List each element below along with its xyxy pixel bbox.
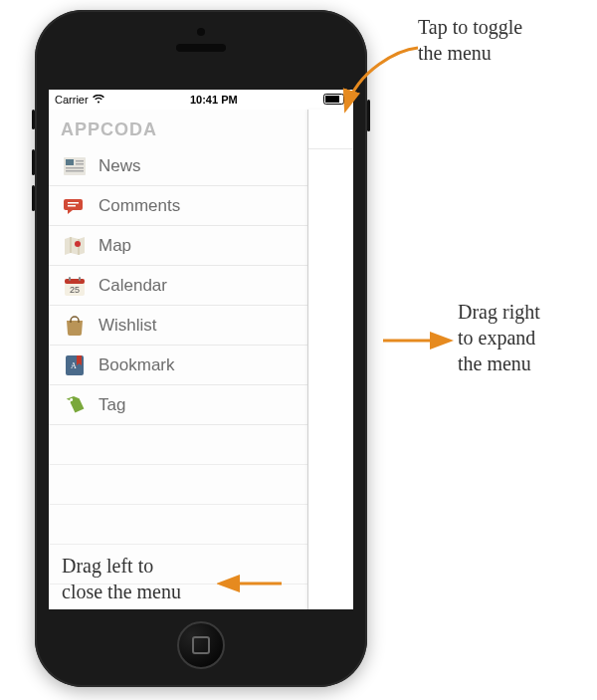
menu-item-label: Map	[99, 236, 131, 256]
phone-volume-down	[32, 185, 35, 211]
arrow-drag-right	[378, 331, 458, 350]
svg-rect-9	[68, 202, 79, 204]
phone-screen: Carrier 10:41 PM APPCODA	[49, 90, 353, 609]
annotation-expand: Drag right to expand the menu	[458, 299, 540, 376]
svg-rect-4	[66, 159, 74, 165]
annotation-toggle: Tap to toggle the menu	[418, 14, 522, 66]
tag-icon	[61, 393, 89, 417]
menu-item-label: Calendar	[99, 276, 167, 296]
phone-volume-up	[32, 149, 35, 175]
menu-item-comments[interactable]: Comments	[49, 186, 307, 226]
svg-text:25: 25	[70, 285, 80, 295]
bookmark-icon: A	[61, 353, 89, 377]
menu-item-bookmark[interactable]: A Bookmark	[49, 346, 307, 385]
phone-mute-switch	[32, 110, 35, 129]
menu-item-label: Bookmark	[99, 355, 175, 375]
content-panel[interactable]	[307, 110, 353, 609]
statusbar-carrier: Carrier	[55, 94, 104, 106]
wishlist-icon	[61, 314, 89, 338]
svg-rect-14	[69, 277, 71, 281]
wifi-icon	[93, 94, 104, 106]
menu-list: News Comments Map	[49, 146, 307, 425]
menu-item-news[interactable]: News	[49, 146, 307, 186]
statusbar: Carrier 10:41 PM	[49, 90, 353, 110]
menu-item-label: Comments	[99, 196, 180, 216]
svg-rect-13	[65, 279, 85, 284]
svg-rect-2	[345, 97, 347, 102]
menu-item-label: Tag	[99, 395, 125, 415]
svg-rect-1	[325, 96, 339, 103]
menu-item-map[interactable]: Map	[49, 226, 307, 266]
svg-rect-10	[68, 205, 76, 207]
svg-rect-5	[76, 160, 84, 162]
svg-point-11	[75, 241, 81, 247]
comments-icon	[61, 194, 89, 218]
statusbar-time: 10:41 PM	[104, 94, 323, 106]
svg-text:A: A	[71, 361, 77, 370]
map-icon	[61, 234, 89, 258]
battery-icon	[323, 94, 347, 107]
menu-item-label: News	[99, 156, 141, 176]
sliding-panels[interactable]: APPCODA News Comments	[49, 110, 353, 609]
side-menu-panel: APPCODA News Comments	[49, 110, 307, 609]
phone-power-button	[367, 100, 370, 131]
navbar	[308, 110, 353, 149]
svg-rect-7	[66, 167, 84, 169]
menu-item-label: Wishlist	[99, 316, 157, 336]
menu-item-wishlist[interactable]: Wishlist	[49, 306, 307, 346]
svg-rect-6	[76, 163, 84, 165]
brand-title: APPCODA	[49, 110, 307, 146]
news-icon	[61, 154, 89, 178]
menu-item-calendar[interactable]: 25 Calendar	[49, 266, 307, 306]
calendar-icon: 25	[61, 274, 89, 298]
carrier-label: Carrier	[55, 94, 89, 106]
phone-home-button	[177, 621, 225, 669]
svg-rect-15	[79, 277, 81, 281]
annotation-close: Drag left to close the menu	[62, 553, 181, 604]
svg-rect-8	[66, 170, 84, 172]
menu-item-tag[interactable]: Tag	[49, 385, 307, 425]
